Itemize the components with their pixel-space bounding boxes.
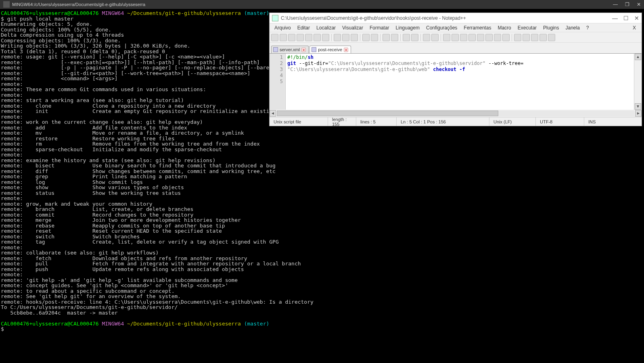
notepad-editor: 12345 #!/bin/shgit --git-dir="C:\Users\u… [270,53,642,110]
np-maximize-button[interactable]: ☐ [623,15,629,21]
menu-configuracoes[interactable]: Configurações [424,24,460,31]
menu-help[interactable]: ? [584,24,592,31]
code-area[interactable]: #!/bin/shgit --git-dir="C:\Users\ulysses… [286,54,634,110]
status-encoding[interactable]: UTF-8 [536,117,584,126]
menu-formatar[interactable]: Formatar [367,24,392,31]
scroll-down-icon[interactable]: ▼ [635,103,641,110]
notepad-icon [272,15,278,21]
tb-separator [420,34,421,41]
tb-separator [380,34,381,41]
tb-sync-h-icon[interactable] [431,34,439,41]
tb-separator [331,34,332,41]
notepad-tabbar: server.xml × post-receive × [270,43,642,53]
tb-separator [441,34,441,41]
tab-server-xml[interactable]: server.xml × [271,46,309,53]
tb-userlang-icon[interactable] [468,34,476,41]
tb-docmap-icon[interactable] [477,34,484,41]
tab-close-icon[interactable]: × [344,48,348,52]
tab-label: server.xml [280,47,300,52]
status-filetype: Unix script file [270,117,328,126]
tb-saveall-icon[interactable] [297,34,304,41]
notepad-statusbar: Unix script file length : 155 lines : 5 … [270,117,642,126]
status-insert-mode[interactable]: INS [584,117,642,126]
menu-linguagem[interactable]: Linguagem [393,24,422,31]
menu-editar[interactable]: Editar [295,24,312,31]
tb-funclist-icon[interactable] [485,34,493,41]
tab-label: post-receive [318,47,342,52]
np-minimize-button[interactable]: ― [612,15,618,21]
tb-print-icon[interactable] [322,34,329,41]
tb-copy-icon[interactable] [342,34,349,41]
tb-save-icon[interactable] [288,34,295,41]
scroll-right-icon[interactable]: ► [635,110,642,117]
scroll-up-icon[interactable]: ▲ [635,54,641,60]
horizontal-scrollbar[interactable]: ◄ ► [270,110,642,117]
status-lines: lines : 5 [356,117,397,126]
tb-allchars-icon[interactable] [452,34,459,41]
menu-macro[interactable]: Macro [495,24,513,31]
tb-play-icon[interactable] [531,34,538,41]
line-number-gutter: 12345 [270,54,286,110]
notepad-title: C:\Users\ulysseserra\Documents\git-e-git… [281,15,612,21]
tb-undo-icon[interactable] [362,34,370,41]
status-eol[interactable]: Unix (LF) [489,117,536,126]
tb-zoomout-icon[interactable] [411,34,418,41]
scrollbar-track[interactable] [277,111,634,116]
status-length: length : 155 [328,117,356,126]
terminal-icon [3,1,10,8]
tb-cut-icon[interactable] [334,34,341,41]
tb-separator [512,34,512,41]
tb-replace-icon[interactable] [391,34,398,41]
notepad-window: C:\Users\ulysseserra\Documents\git-e-git… [269,13,642,126]
tb-zoomin-icon[interactable] [403,34,410,41]
terminal-title: MINGW64:/c/Users/ulysseserra/Documents/g… [12,2,613,7]
tb-find-icon[interactable] [383,34,390,41]
terminal-titlebar[interactable]: MINGW64:/c/Users/ulysseserra/Documents/g… [0,0,644,9]
menu-ferramentas[interactable]: Ferramentas [461,24,493,31]
tb-new-icon[interactable] [271,34,278,41]
notepad-menubar: Arquivo Editar Localizar Visualizar Form… [270,23,642,32]
file-icon [273,47,278,52]
menu-localizar[interactable]: Localizar [314,24,338,31]
minimize-button[interactable]: ― [613,2,618,7]
tb-separator [360,34,360,41]
tb-playmulti-icon[interactable] [539,34,547,41]
tb-open-icon[interactable] [280,34,287,41]
file-icon [312,47,316,52]
menu-plugins[interactable]: Plugins [541,24,561,31]
tb-close-icon[interactable] [305,34,312,41]
menu-arquivo[interactable]: Arquivo [272,24,293,31]
status-position: Ln : 5 Col : 1 Pos : 156 [397,117,489,126]
tb-redo-icon[interactable] [371,34,378,41]
tb-indent-icon[interactable] [460,34,467,41]
tb-monitor-icon[interactable] [502,34,510,41]
menubar-x-button[interactable]: X [629,25,639,31]
tb-wordwrap-icon[interactable] [443,34,450,41]
close-button[interactable]: ✕ [637,2,641,7]
maximize-button[interactable]: ❐ [625,2,629,7]
tb-paste-icon[interactable] [351,34,358,41]
tb-stop-icon[interactable] [523,34,530,41]
tab-close-icon[interactable]: × [301,48,306,52]
menu-janela[interactable]: Janela [563,24,582,31]
scrollbar-thumb[interactable] [277,111,498,116]
tb-separator [400,34,401,41]
np-close-button[interactable]: ✕ [634,15,639,21]
tb-record-icon[interactable] [514,34,521,41]
menu-visualizar[interactable]: Visualizar [340,24,366,31]
notepad-toolbar [270,32,642,43]
tb-folder-icon[interactable] [494,34,501,41]
menu-executar[interactable]: Executar [515,24,539,31]
vertical-scrollbar[interactable]: ▲ ▼ [634,54,642,110]
tb-sync-v-icon[interactable] [423,34,430,41]
tb-savemacro-icon[interactable] [548,34,555,41]
tb-closeall-icon[interactable] [314,34,321,41]
tab-post-receive[interactable]: post-receive × [309,46,351,53]
scroll-left-icon[interactable]: ◄ [270,110,276,117]
notepad-titlebar[interactable]: C:\Users\ulysseserra\Documents\git-e-git… [270,13,642,23]
